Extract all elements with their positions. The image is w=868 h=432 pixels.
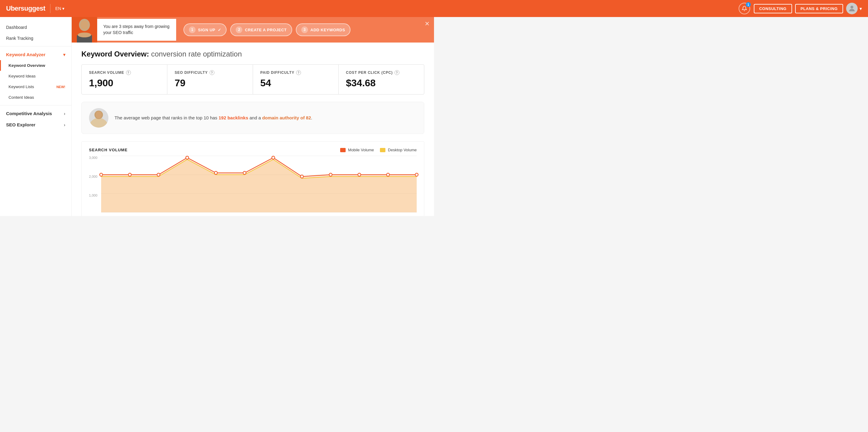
legend-mobile: Mobile Volume — [340, 148, 374, 152]
sidebar-section-competitive-analysis[interactable]: Competitive Analysis › — [0, 108, 71, 119]
y-label-3000: 3,000 — [89, 156, 97, 159]
info-avatar — [89, 108, 108, 128]
mobile-point-1 — [128, 173, 131, 176]
page-content: Keyword Overview: conversion rate optimi… — [72, 42, 434, 216]
metric-card-cpc: COST PER CLICK (CPC) ? $34.68 — [339, 65, 424, 94]
info-text: The average web page that ranks in the t… — [115, 114, 312, 122]
metric-cards: SEARCH VOLUME ? 1,900 SEO DIFFICULTY ? 7… — [82, 64, 424, 94]
seo-difficulty-value: 79 — [175, 78, 245, 89]
sidebar-item-keyword-ideas[interactable]: Keyword Ideas — [0, 71, 71, 82]
sidebar-nav: Dashboard Rank Tracking Keyword Analyzer… — [0, 17, 71, 216]
y-label-2000: 2,000 — [89, 175, 97, 178]
paid-difficulty-value: 54 — [260, 78, 331, 89]
y-label-1000: 1,000 — [89, 193, 97, 197]
search-volume-help[interactable]: ? — [126, 70, 131, 75]
metric-card-search-volume: SEARCH VOLUME ? 1,900 — [82, 65, 167, 94]
sidebar-section-seo-explorer[interactable]: SEO Explorer › — [0, 119, 71, 130]
banner-steps: 1 SIGN UP ✓ 2 CREATE A PROJECT 3 ADD KEY… — [176, 23, 434, 36]
sidebar-divider-2 — [0, 105, 71, 105]
sidebar-item-content-ideas[interactable]: Content Ideas — [0, 92, 71, 103]
legend-mobile-color — [340, 148, 346, 152]
mobile-point-4 — [214, 171, 217, 174]
sidebar-item-dashboard[interactable]: Dashboard — [0, 22, 71, 33]
header-divider — [50, 4, 51, 13]
banner-step-3[interactable]: 3 ADD KEYWORDS — [296, 23, 350, 36]
chart-container: 3,000 2,000 1,000 — [89, 156, 417, 216]
metric-card-paid-difficulty: PAID DIFFICULTY ? 54 — [253, 65, 339, 94]
svg-point-5 — [81, 20, 88, 29]
sidebar-section-keyword-analyzer[interactable]: Keyword Analyzer ▾ — [0, 49, 71, 60]
mobile-point-9 — [358, 173, 361, 176]
mobile-point-10 — [386, 173, 390, 176]
chart-legend: Mobile Volume Desktop Volume — [340, 148, 417, 152]
new-badge: NEW! — [57, 85, 65, 89]
banner-text: You are 3 steps away from growing your S… — [103, 24, 170, 35]
avatar-person-icon — [89, 108, 108, 128]
lang-selector[interactable]: EN ▾ — [55, 6, 64, 11]
seo-difficulty-help[interactable]: ? — [210, 70, 214, 75]
mobile-point-5 — [243, 171, 246, 174]
chart-svg-area — [101, 156, 417, 214]
logo: Ubersuggest — [6, 5, 45, 12]
legend-desktop: Desktop Volume — [380, 148, 417, 152]
info-block: The average web page that ranks in the t… — [82, 102, 424, 134]
sidebar-item-keyword-overview[interactable]: Keyword Overview — [0, 60, 71, 71]
chart-section: SEARCH VOLUME Mobile Volume Desktop Volu… — [82, 141, 424, 216]
chart-title: SEARCH VOLUME — [89, 148, 128, 152]
svg-point-8 — [89, 118, 108, 128]
svg-point-7 — [78, 32, 91, 37]
mobile-area — [101, 158, 417, 212]
main-content: You are 3 steps away from growing your S… — [72, 17, 434, 216]
page-title: Keyword Overview: conversion rate optimi… — [82, 50, 424, 58]
person-illustration — [74, 18, 95, 42]
mobile-point-3 — [186, 156, 189, 159]
banner-step-1[interactable]: 1 SIGN UP ✓ — [183, 23, 226, 36]
mobile-point-2 — [157, 173, 160, 176]
legend-desktop-color — [380, 148, 385, 152]
mobile-point-11 — [415, 173, 418, 176]
mobile-point-7 — [300, 175, 303, 178]
search-volume-chart — [101, 156, 417, 214]
paid-difficulty-help[interactable]: ? — [296, 70, 301, 75]
search-volume-value: 1,900 — [89, 78, 160, 89]
cpc-help[interactable]: ? — [395, 70, 399, 75]
sidebar-item-rank-tracking[interactable]: Rank Tracking — [0, 33, 71, 44]
chart-header: SEARCH VOLUME Mobile Volume Desktop Volu… — [89, 148, 417, 152]
sidebar-divider-1 — [0, 46, 71, 47]
main-layout: Dashboard Rank Tracking Keyword Analyzer… — [0, 17, 434, 216]
onboarding-banner: You are 3 steps away from growing your S… — [72, 17, 434, 42]
banner-text-block: You are 3 steps away from growing your S… — [97, 19, 176, 40]
cpc-value: $34.68 — [346, 78, 417, 89]
mobile-point-8 — [329, 173, 332, 176]
mobile-point-0 — [100, 173, 102, 176]
banner-step-2[interactable]: 2 CREATE A PROJECT — [230, 23, 292, 36]
sidebar: Dashboard Rank Tracking Keyword Analyzer… — [0, 17, 72, 216]
mobile-point-6 — [272, 156, 275, 159]
svg-point-10 — [96, 111, 102, 119]
banner-close-button[interactable]: ✕ — [425, 20, 430, 27]
metric-card-seo-difficulty: SEO DIFFICULTY ? 79 — [167, 65, 253, 94]
banner-person-image — [72, 17, 97, 42]
sidebar-item-keyword-lists[interactable]: Keyword Lists NEW! — [0, 82, 71, 92]
app-header: Ubersuggest EN ▾ 1 CONSULTING PLANS & PR… — [0, 0, 434, 17]
